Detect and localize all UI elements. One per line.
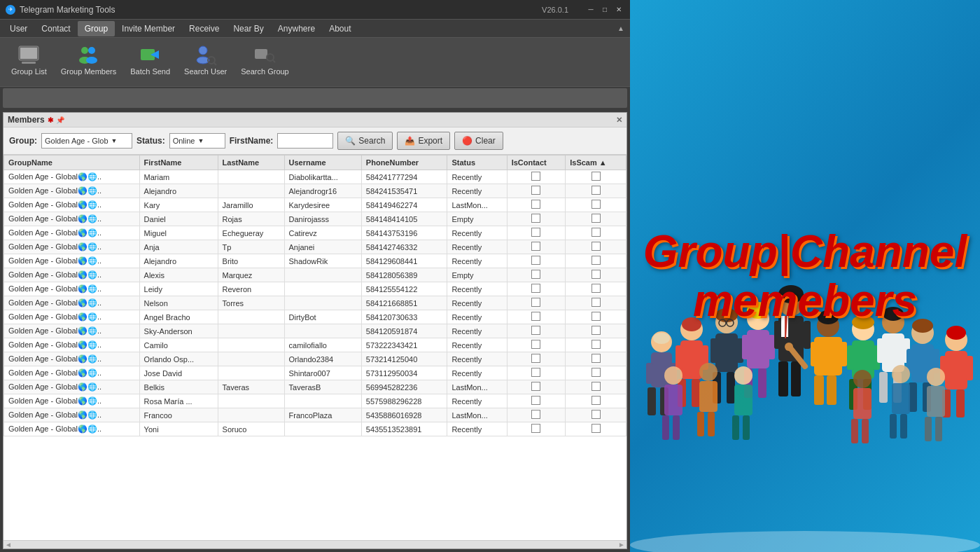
cell-iscontact[interactable]	[507, 408, 566, 422]
table-row[interactable]: Golden Age - Global🌎🌐.. Yoni Soruco 5435…	[4, 422, 626, 436]
cell-isscam[interactable]	[566, 184, 626, 198]
menu-invite-member[interactable]: Invite Member	[115, 21, 182, 36]
firstname-input[interactable]	[277, 133, 333, 149]
cell-iscontact[interactable]	[507, 184, 566, 198]
contact-checkbox[interactable]	[531, 242, 540, 251]
col-status[interactable]: Status	[447, 156, 507, 170]
minimize-button[interactable]: ─	[585, 4, 596, 15]
table-row[interactable]: Golden Age - Global🌎🌐.. Camilo camilofia…	[4, 338, 626, 352]
table-row[interactable]: Golden Age - Global🌎🌐.. Nelson Torres 58…	[4, 296, 626, 310]
scam-checkbox[interactable]	[592, 382, 601, 391]
cell-iscontact[interactable]	[507, 254, 566, 268]
panel-close-button[interactable]: ✕	[616, 116, 622, 125]
scam-checkbox[interactable]	[592, 340, 601, 349]
menu-receive[interactable]: Receive	[182, 21, 226, 36]
cell-isscam[interactable]	[566, 212, 626, 226]
col-username[interactable]: Username	[284, 156, 361, 170]
scam-checkbox[interactable]	[592, 312, 601, 321]
table-row[interactable]: Golden Age - Global🌎🌐.. Orlando Osp... O…	[4, 352, 626, 366]
status-dropdown[interactable]: Online ▼	[169, 133, 225, 149]
scam-checkbox[interactable]	[592, 200, 601, 209]
cell-isscam[interactable]	[566, 282, 626, 296]
table-row[interactable]: Golden Age - Global🌎🌐.. Francoo FrancoPl…	[4, 408, 626, 422]
cell-isscam[interactable]	[566, 324, 626, 338]
toolbar-group-list[interactable]: Group List	[6, 41, 52, 78]
col-isscam[interactable]: IsScam ▲	[566, 156, 626, 170]
cell-iscontact[interactable]	[507, 366, 566, 380]
clear-button[interactable]: 🔴 Clear	[454, 132, 503, 150]
col-phone[interactable]: PhoneNumber	[361, 156, 447, 170]
scam-checkbox[interactable]	[592, 396, 601, 405]
table-row[interactable]: Golden Age - Global🌎🌐.. Jose David Shint…	[4, 366, 626, 380]
cell-iscontact[interactable]	[507, 380, 566, 394]
contact-checkbox[interactable]	[531, 354, 540, 363]
scam-checkbox[interactable]	[592, 242, 601, 251]
contact-checkbox[interactable]	[531, 424, 540, 433]
table-row[interactable]: Golden Age - Global🌎🌐.. Angel Bracho Dir…	[4, 310, 626, 324]
scroll-right-arrow[interactable]: ►	[618, 541, 625, 548]
cell-iscontact[interactable]	[507, 226, 566, 240]
table-row[interactable]: Golden Age - Global🌎🌐.. Anja Tp Anjanei …	[4, 240, 626, 254]
cell-isscam[interactable]	[566, 366, 626, 380]
cell-iscontact[interactable]	[507, 282, 566, 296]
search-button[interactable]: 🔍 Search	[337, 132, 393, 150]
scam-checkbox[interactable]	[592, 186, 601, 195]
panel-pin[interactable]: 📌	[56, 116, 64, 124]
table-row[interactable]: Golden Age - Global🌎🌐.. Mariam Diabolika…	[4, 170, 626, 184]
close-button[interactable]: ✕	[613, 4, 624, 15]
scam-checkbox[interactable]	[592, 214, 601, 223]
scam-checkbox[interactable]	[592, 326, 601, 335]
contact-checkbox[interactable]	[531, 284, 540, 293]
cell-isscam[interactable]	[566, 380, 626, 394]
scam-checkbox[interactable]	[592, 228, 601, 237]
toolbar-search-user[interactable]: Search User	[178, 41, 232, 78]
menu-anywhere[interactable]: Anywhere	[271, 21, 322, 36]
members-table-container[interactable]: GroupName FirstName LastName Username Ph…	[4, 155, 626, 540]
contact-checkbox[interactable]	[531, 200, 540, 209]
scam-checkbox[interactable]	[592, 256, 601, 265]
cell-iscontact[interactable]	[507, 212, 566, 226]
contact-checkbox[interactable]	[531, 186, 540, 195]
contact-checkbox[interactable]	[531, 326, 540, 335]
scam-checkbox[interactable]	[592, 354, 601, 363]
toolbar-search-group[interactable]: Search Group	[235, 41, 294, 78]
scam-checkbox[interactable]	[592, 424, 601, 433]
table-row[interactable]: Golden Age - Global🌎🌐.. Alejandro Brito …	[4, 254, 626, 268]
cell-iscontact[interactable]	[507, 352, 566, 366]
cell-iscontact[interactable]	[507, 198, 566, 212]
horizontal-scrollbar[interactable]: ◄ ►	[4, 540, 626, 548]
cell-isscam[interactable]	[566, 422, 626, 436]
cell-isscam[interactable]	[566, 352, 626, 366]
contact-checkbox[interactable]	[531, 298, 540, 307]
cell-iscontact[interactable]	[507, 268, 566, 282]
col-groupname[interactable]: GroupName	[4, 156, 140, 170]
table-row[interactable]: Golden Age - Global🌎🌐.. Daniel Rojas Dan…	[4, 212, 626, 226]
table-row[interactable]: Golden Age - Global🌎🌐.. Alejandro Alejan…	[4, 184, 626, 198]
col-firstname[interactable]: FirstName	[139, 156, 218, 170]
cell-isscam[interactable]	[566, 338, 626, 352]
cell-isscam[interactable]	[566, 296, 626, 310]
menu-group[interactable]: Group	[78, 21, 115, 36]
scam-checkbox[interactable]	[592, 368, 601, 377]
contact-checkbox[interactable]	[531, 214, 540, 223]
toolbar-batch-send[interactable]: Batch Send	[125, 41, 176, 78]
menu-about[interactable]: About	[322, 21, 358, 36]
menu-near-by[interactable]: Near By	[226, 21, 270, 36]
toolbar-group-members[interactable]: Group Members	[55, 41, 122, 78]
contact-checkbox[interactable]	[531, 312, 540, 321]
cell-iscontact[interactable]	[507, 394, 566, 408]
table-row[interactable]: Golden Age - Global🌎🌐.. Belkis Taveras T…	[4, 380, 626, 394]
scam-checkbox[interactable]	[592, 410, 601, 419]
contact-checkbox[interactable]	[531, 368, 540, 377]
table-row[interactable]: Golden Age - Global🌎🌐.. Rosa María ... 5…	[4, 394, 626, 408]
cell-iscontact[interactable]	[507, 296, 566, 310]
cell-isscam[interactable]	[566, 254, 626, 268]
contact-checkbox[interactable]	[531, 228, 540, 237]
scam-checkbox[interactable]	[592, 270, 601, 279]
scam-checkbox[interactable]	[592, 284, 601, 293]
contact-checkbox[interactable]	[531, 410, 540, 419]
table-row[interactable]: Golden Age - Global🌎🌐.. Leidy Reveron 58…	[4, 282, 626, 296]
cell-isscam[interactable]	[566, 310, 626, 324]
cell-iscontact[interactable]	[507, 170, 566, 184]
contact-checkbox[interactable]	[531, 256, 540, 265]
